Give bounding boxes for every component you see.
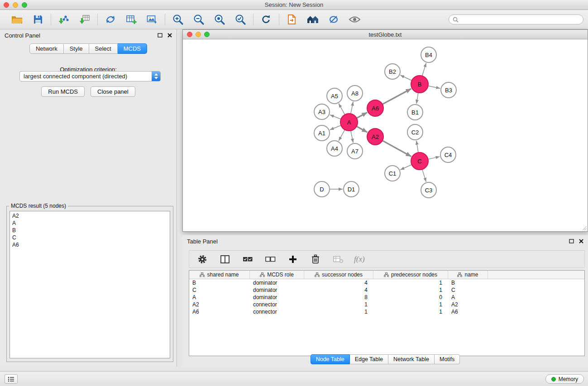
- tab-network-table[interactable]: Network Table: [388, 354, 435, 364]
- graph-edge-A-A5[interactable]: [339, 104, 345, 115]
- save-session-button[interactable]: [31, 13, 45, 26]
- close-panel-button[interactable]: Close panel: [91, 86, 135, 97]
- import-network-from-file-button[interactable]: [57, 13, 71, 26]
- tab-mcds[interactable]: MCDS: [118, 43, 147, 54]
- optimization-criterion-select[interactable]: largest connected component (directed): [19, 71, 161, 81]
- resize-grip-icon[interactable]: [582, 226, 587, 231]
- mcds-result-item[interactable]: A6: [12, 241, 167, 248]
- toggle-graphics-details-button[interactable]: [327, 13, 340, 26]
- tab-style[interactable]: Style: [64, 43, 89, 54]
- graph-node-C3[interactable]: C3: [421, 182, 436, 198]
- column-header-MCDS-role[interactable]: MCDS role: [250, 271, 304, 279]
- close-window-button[interactable]: [4, 2, 9, 8]
- graph-node-B2[interactable]: B2: [385, 64, 400, 79]
- graph-edge-B-B4[interactable]: [422, 63, 426, 76]
- graph-node-A[interactable]: A: [340, 114, 358, 131]
- export-image-button[interactable]: [145, 13, 159, 26]
- tab-select[interactable]: Select: [89, 43, 118, 54]
- graph-node-A1[interactable]: A1: [314, 125, 330, 141]
- home-button[interactable]: [306, 13, 320, 26]
- search-input[interactable]: [461, 16, 579, 23]
- copy-document-button[interactable]: [285, 13, 299, 26]
- import-table-from-file-button[interactable]: [78, 13, 91, 26]
- graph-node-A5[interactable]: A5: [327, 88, 342, 104]
- column-header-successor-nodes[interactable]: successor nodes: [304, 271, 373, 279]
- graph-edge-A-A6[interactable]: [357, 112, 368, 118]
- new-network-button[interactable]: [104, 13, 117, 26]
- table-row[interactable]: Adominator80A: [189, 294, 584, 301]
- tab-edge-table[interactable]: Edge Table: [350, 354, 388, 364]
- graph-node-B1[interactable]: B1: [407, 105, 423, 120]
- close-panel-icon[interactable]: [167, 33, 172, 38]
- zoom-selected-region-button[interactable]: [234, 13, 247, 26]
- mcds-result-item[interactable]: A: [12, 219, 167, 227]
- graph-node-A2[interactable]: A2: [367, 129, 383, 145]
- graph-edge-C-C2[interactable]: [416, 141, 418, 152]
- graph-edge-B-B2[interactable]: [400, 75, 412, 81]
- graph-edge-A6-B[interactable]: [382, 89, 411, 104]
- table-row[interactable]: A6connector11A6: [189, 308, 584, 315]
- network-canvas[interactable]: B4B2BB3A5A8A6B1A3AC2A1A2A4A7C4CC1C3DD1: [183, 40, 588, 231]
- close-panel-icon[interactable]: [579, 239, 583, 243]
- add-row-button[interactable]: [286, 253, 300, 266]
- table-row[interactable]: Cdominator41C: [189, 286, 584, 294]
- task-history-button[interactable]: [5, 374, 18, 384]
- network-window-titlebar[interactable]: testGlobe.txt: [183, 30, 588, 39]
- show-columns-button[interactable]: [218, 253, 232, 266]
- tab-network[interactable]: Network: [29, 43, 64, 54]
- network-minimize-button[interactable]: [196, 32, 201, 37]
- zoom-window-button[interactable]: [22, 2, 27, 8]
- memory-button[interactable]: Memory: [545, 374, 584, 384]
- graph-edge-A-A1[interactable]: [330, 125, 341, 130]
- graph-node-C[interactable]: C: [411, 152, 428, 170]
- graph-node-C2[interactable]: C2: [407, 124, 423, 140]
- function-builder-button[interactable]: f(x): [354, 255, 365, 264]
- graph-edge-A-A7[interactable]: [351, 131, 353, 143]
- graph-node-C4[interactable]: C4: [440, 147, 456, 162]
- zoom-out-button[interactable]: [192, 13, 206, 26]
- graph-edge-A-A2[interactable]: [357, 126, 368, 132]
- column-header-shared-name[interactable]: shared name: [189, 271, 250, 279]
- search-box[interactable]: [449, 14, 583, 24]
- run-mcds-button[interactable]: Run MCDS: [41, 86, 85, 97]
- column-header-predecessor-nodes[interactable]: predecessor nodes: [373, 271, 448, 279]
- new-table-button[interactable]: [124, 13, 138, 26]
- delete-table-button[interactable]: [331, 253, 345, 266]
- mcds-result-item[interactable]: C: [12, 234, 167, 241]
- refresh-view-button[interactable]: [259, 13, 273, 26]
- tab-motifs[interactable]: Motifs: [435, 354, 460, 364]
- graph-edge-A-A3[interactable]: [330, 115, 341, 119]
- graph-node-A8[interactable]: A8: [347, 86, 363, 101]
- show-hide-panel-button[interactable]: [348, 13, 361, 26]
- tab-node-table[interactable]: Node Table: [311, 354, 350, 364]
- table-settings-button[interactable]: [196, 253, 209, 266]
- zoom-fit-button[interactable]: [213, 13, 226, 26]
- graph-node-C1[interactable]: C1: [385, 166, 400, 181]
- network-close-button[interactable]: [187, 32, 192, 37]
- column-header-name[interactable]: name: [448, 271, 488, 279]
- mcds-result-item[interactable]: B: [12, 227, 167, 234]
- float-panel-icon[interactable]: [569, 239, 574, 243]
- zoom-in-button[interactable]: [171, 13, 185, 26]
- table-row[interactable]: Bdominator41B: [189, 279, 584, 286]
- graph-edge-A-A4[interactable]: [339, 130, 345, 141]
- graph-edge-B-B1[interactable]: [416, 93, 418, 104]
- graph-node-B4[interactable]: B4: [421, 47, 436, 62]
- graph-node-A7[interactable]: A7: [347, 143, 363, 159]
- network-zoom-button[interactable]: [204, 32, 210, 37]
- graph-edge-C-C4[interactable]: [428, 157, 440, 159]
- graph-node-A6[interactable]: A6: [367, 100, 383, 116]
- float-panel-icon[interactable]: [158, 33, 163, 38]
- graph-node-D1[interactable]: D1: [344, 181, 359, 197]
- graph-edge-A2-C[interactable]: [382, 141, 411, 157]
- delete-row-button[interactable]: [309, 253, 322, 266]
- mcds-result-item[interactable]: A2: [12, 212, 167, 219]
- graph-node-A4[interactable]: A4: [327, 141, 342, 156]
- mcds-result-list[interactable]: A2ABCA6: [10, 211, 170, 358]
- deselect-all-button[interactable]: [263, 253, 277, 266]
- graph-node-A3[interactable]: A3: [314, 104, 330, 119]
- graph-edge-C-C1[interactable]: [400, 165, 411, 170]
- graph-node-D[interactable]: D: [314, 181, 330, 197]
- graph-node-B3[interactable]: B3: [441, 82, 456, 98]
- graph-node-B[interactable]: B: [411, 76, 428, 93]
